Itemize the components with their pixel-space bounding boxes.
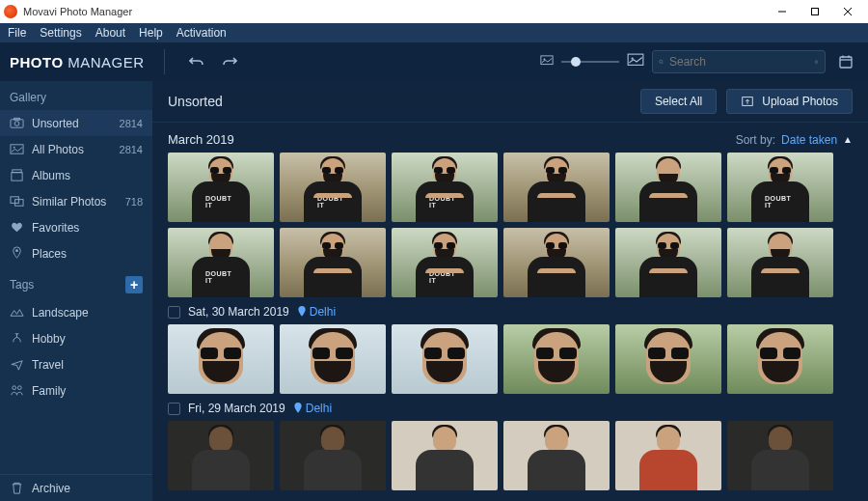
brand: PHOTO MANAGER — [10, 54, 145, 70]
photo-thumb[interactable] — [280, 324, 386, 394]
group-place[interactable]: Delhi — [293, 402, 332, 415]
tag-label: Travel — [32, 358, 64, 372]
date-group-header[interactable]: Fri, 29 March 2019 Delhi — [168, 394, 853, 421]
photo-thumb[interactable] — [503, 228, 610, 297]
app-logo-icon — [4, 5, 17, 18]
date-group-header[interactable]: Sat, 30 March 2019 Delhi — [168, 297, 853, 324]
photo-thumb[interactable]: DOUBT IT — [168, 228, 274, 297]
photo-thumb[interactable]: DOUBT IT — [392, 153, 498, 222]
select-all-button[interactable]: Select All — [640, 89, 717, 114]
undo-button[interactable] — [184, 49, 209, 74]
redo-button[interactable] — [217, 49, 242, 74]
photo-thumb[interactable] — [615, 153, 721, 222]
thumbnail-zoom[interactable] — [540, 53, 644, 70]
photo-thumb[interactable] — [503, 421, 610, 490]
svg-rect-18 — [11, 145, 23, 153]
svg-point-24 — [15, 249, 18, 252]
photo-thumb[interactable] — [503, 324, 610, 394]
photo-thumb[interactable] — [280, 228, 386, 297]
menubar: File Settings About Help Activation — [0, 23, 868, 42]
sidebar-item-places[interactable]: Places — [0, 240, 152, 266]
menu-file[interactable]: File — [8, 26, 26, 40]
photo-thumb[interactable] — [168, 421, 274, 490]
sidebar-section-tags: Tags + — [0, 266, 152, 299]
photo-thumb[interactable] — [615, 228, 721, 297]
sort-by[interactable]: Sort by: Date taken ▲ — [736, 133, 853, 147]
svg-point-25 — [13, 386, 16, 390]
window-close-button[interactable] — [831, 1, 864, 22]
menu-activation[interactable]: Activation — [176, 26, 227, 40]
pin-icon — [10, 246, 24, 261]
photo-thumb[interactable]: DOUBT IT — [392, 228, 498, 297]
svg-rect-1 — [812, 9, 819, 15]
similar-icon — [10, 194, 24, 209]
calendar-button[interactable] — [833, 49, 858, 74]
search-input[interactable] — [669, 55, 814, 69]
clear-icon[interactable] — [814, 56, 819, 68]
add-tag-button[interactable]: + — [125, 276, 143, 293]
svg-rect-4 — [541, 56, 553, 65]
upload-photos-button[interactable]: Upload Photos — [726, 89, 853, 114]
search-icon — [659, 56, 664, 68]
sidebar-item-albums[interactable]: Albums — [0, 162, 152, 188]
zoom-slider[interactable] — [561, 61, 619, 63]
photo-grid — [168, 421, 853, 490]
photo-grid — [168, 324, 853, 394]
photo-thumb[interactable] — [392, 324, 498, 394]
group-checkbox[interactable] — [168, 306, 180, 319]
svg-point-26 — [17, 386, 21, 390]
group-checkbox[interactable] — [168, 403, 180, 415]
svg-point-19 — [14, 147, 15, 149]
tag-landscape[interactable]: Landscape — [0, 299, 152, 325]
svg-rect-21 — [12, 173, 22, 181]
photo-thumb[interactable]: DOUBT IT — [280, 153, 386, 222]
sidebar-item-count: 2814 — [120, 144, 143, 155]
tag-travel[interactable]: Travel — [0, 351, 152, 377]
photo-thumb[interactable] — [392, 421, 498, 490]
sidebar-item-label: Places — [32, 247, 67, 261]
svg-point-8 — [660, 60, 663, 63]
trash-icon — [10, 481, 24, 495]
sidebar-item-archive[interactable]: Archive — [0, 474, 152, 501]
group-date: Fri, 29 March 2019 — [188, 402, 285, 415]
photo-thumb[interactable] — [727, 421, 833, 490]
sidebar-item-favorites[interactable]: Favorites — [0, 214, 152, 240]
photo-thumb[interactable] — [727, 228, 833, 297]
photo-thumb[interactable] — [615, 421, 721, 490]
content-area: Unsorted Select All Upload Photos March … — [152, 81, 868, 501]
sidebar-item-label: Unsorted — [32, 117, 79, 130]
sidebar-item-unsorted[interactable]: Unsorted 2814 — [0, 110, 152, 136]
photo-thumb[interactable] — [168, 324, 274, 394]
search-box[interactable] — [652, 50, 826, 73]
family-icon — [10, 383, 24, 398]
menu-help[interactable]: Help — [139, 26, 163, 40]
photo-thumb[interactable] — [615, 324, 721, 394]
svg-point-16 — [14, 122, 19, 126]
photo-thumb[interactable]: DOUBT IT — [727, 153, 833, 222]
group-place[interactable]: Delhi — [297, 305, 336, 319]
window-minimize-button[interactable] — [766, 1, 799, 22]
photo-thumb[interactable] — [280, 421, 386, 490]
sidebar-item-label: All Photos — [32, 143, 84, 156]
svg-rect-6 — [628, 54, 643, 65]
tag-label: Landscape — [32, 306, 89, 320]
sort-direction-icon[interactable]: ▲ — [843, 134, 853, 145]
sidebar: Gallery Unsorted 2814 All Photos 2814 Al… — [0, 81, 152, 501]
travel-icon — [10, 357, 24, 372]
svg-line-9 — [662, 63, 663, 64]
tag-hobby[interactable]: Hobby — [0, 325, 152, 351]
window-maximize-button[interactable] — [799, 1, 831, 22]
tag-family[interactable]: Family — [0, 377, 152, 404]
month-header: March 2019 — [168, 132, 234, 147]
photo-thumb[interactable] — [727, 324, 833, 394]
sidebar-item-all-photos[interactable]: All Photos 2814 — [0, 136, 152, 162]
menu-about[interactable]: About — [95, 26, 125, 40]
photo-thumb[interactable]: DOUBT IT — [168, 153, 274, 222]
photo-thumb[interactable] — [503, 153, 610, 222]
menu-settings[interactable]: Settings — [40, 26, 81, 40]
sidebar-item-similar[interactable]: Similar Photos 718 — [0, 188, 152, 214]
window-title: Movavi Photo Manager — [23, 6, 132, 17]
hobby-icon — [10, 331, 24, 346]
sidebar-item-label: Albums — [32, 169, 70, 182]
zoom-small-icon — [540, 55, 554, 69]
